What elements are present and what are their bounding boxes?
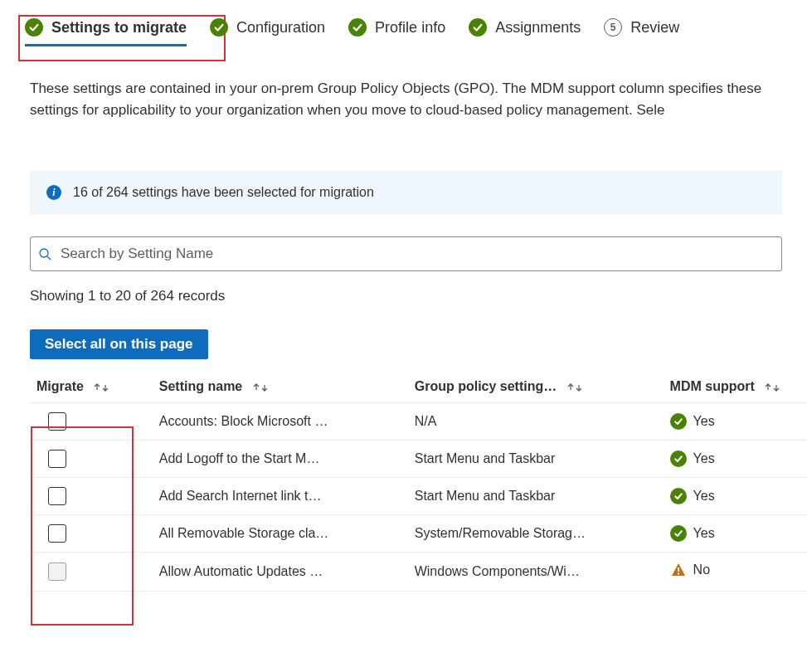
check-icon: [348, 18, 367, 37]
column-header-mdm-support[interactable]: MDM support: [664, 371, 807, 403]
svg-rect-2: [678, 567, 679, 572]
tab-label: Review: [630, 19, 679, 37]
group-policy-cell: Start Menu and Taskbar: [415, 451, 657, 466]
tab-profile-info[interactable]: Profile info: [348, 18, 445, 46]
tab-label: Profile info: [375, 19, 445, 37]
migrate-checkbox-disabled: [48, 562, 66, 581]
mdm-support-cell: Yes: [693, 451, 715, 466]
tab-configuration[interactable]: Configuration: [210, 18, 325, 46]
settings-table: Migrate Setting name Group policy settin…: [30, 371, 807, 592]
tab-label: Assignments: [495, 19, 581, 37]
migrate-checkbox[interactable]: [48, 487, 66, 505]
tab-settings-to-migrate[interactable]: Settings to migrate: [25, 18, 187, 46]
status-check-icon: [670, 525, 687, 542]
mdm-support-cell: Yes: [693, 489, 715, 504]
search-input[interactable]: [30, 236, 782, 271]
migrate-checkbox[interactable]: [48, 412, 66, 431]
status-warning-icon: [670, 562, 687, 578]
search-icon: [38, 247, 51, 261]
table-row: Accounts: Block Microsoft … N/A Yes: [30, 403, 807, 441]
setting-name-cell: Add Logoff to the Start M…: [159, 451, 401, 466]
column-header-group-policy[interactable]: Group policy setting…: [408, 371, 664, 403]
table-row: Add Logoff to the Start M… Start Menu an…: [30, 441, 807, 478]
status-check-icon: [670, 450, 687, 467]
status-check-icon: [670, 488, 687, 504]
status-check-icon: [670, 413, 687, 430]
mdm-support-cell: No: [693, 562, 710, 577]
sort-icon: [251, 382, 270, 393]
group-policy-cell: Windows Components/Wi…: [415, 564, 657, 579]
mdm-support-cell: Yes: [693, 414, 715, 429]
check-icon: [210, 18, 228, 37]
svg-line-1: [47, 256, 51, 260]
info-bar: i 16 of 264 settings have been selected …: [30, 170, 782, 215]
setting-name-cell: Accounts: Block Microsoft …: [159, 414, 401, 429]
check-icon: [25, 18, 43, 37]
table-row: Allow Automatic Updates … Windows Compon…: [30, 553, 807, 592]
records-count: Showing 1 to 20 of 264 records: [30, 288, 782, 304]
table-row: Add Search Internet link t… Start Menu a…: [30, 478, 807, 515]
tab-label: Configuration: [236, 19, 325, 37]
wizard-tabs: Settings to migrate Configuration Profil…: [0, 0, 807, 46]
tab-assignments[interactable]: Assignments: [469, 18, 581, 46]
column-header-setting-name[interactable]: Setting name: [153, 371, 408, 403]
sort-icon: [92, 382, 110, 393]
setting-name-cell: Allow Automatic Updates …: [159, 564, 401, 579]
page-description: These settings are contained in your on-…: [0, 46, 807, 120]
group-policy-cell: System/Removable Storag…: [415, 526, 657, 541]
info-bar-text: 16 of 264 settings have been selected fo…: [73, 185, 374, 200]
migrate-checkbox[interactable]: [48, 450, 66, 468]
svg-rect-3: [678, 573, 679, 575]
sort-icon: [566, 382, 584, 393]
step-number-icon: 5: [604, 18, 622, 37]
group-policy-cell: Start Menu and Taskbar: [415, 489, 657, 504]
select-all-button[interactable]: Select all on this page: [30, 329, 208, 359]
mdm-support-cell: Yes: [693, 526, 715, 541]
column-header-migrate[interactable]: Migrate: [30, 371, 153, 403]
info-icon: i: [46, 185, 61, 200]
tab-label: Settings to migrate: [51, 19, 187, 37]
group-policy-cell: N/A: [415, 414, 657, 429]
tab-review[interactable]: 5 Review: [604, 18, 679, 46]
svg-point-0: [40, 249, 48, 257]
setting-name-cell: All Removable Storage cla…: [159, 526, 401, 541]
check-icon: [469, 18, 487, 37]
table-row: All Removable Storage cla… System/Remova…: [30, 515, 807, 553]
sort-icon: [763, 382, 781, 393]
migrate-checkbox[interactable]: [48, 524, 66, 543]
setting-name-cell: Add Search Internet link t…: [159, 489, 401, 504]
